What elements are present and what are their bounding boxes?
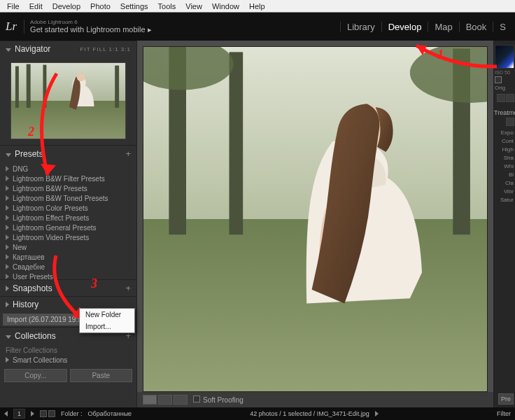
preset-item[interactable]: Свадебне (4, 262, 136, 272)
preset-label: Lightroom B&W Presets (13, 185, 87, 192)
os-menubar: File Edit Develop Photo Settings Tools V… (0, 0, 515, 13)
navigator-header[interactable]: Navigator FIT FILL 1:1 3:1 (0, 41, 136, 57)
before-after-split-icon[interactable] (174, 395, 188, 405)
preset-label: Lightroom Video Presets (13, 234, 89, 241)
menu-develop[interactable]: Develop (48, 2, 85, 10)
slider-label: Bl (494, 169, 515, 178)
slider-label: Cont (494, 136, 515, 144)
panel-snapshots: Snapshots + (0, 279, 136, 296)
add-preset-icon[interactable]: + (125, 148, 131, 159)
main-photo (143, 46, 488, 392)
menu-view[interactable]: View (181, 2, 206, 10)
filter-label[interactable]: Filter (497, 410, 511, 417)
histogram[interactable] (495, 45, 514, 69)
paste-button[interactable]: Paste (70, 369, 133, 382)
module-book[interactable]: Book (459, 22, 493, 32)
filmstrip-next-icon[interactable] (31, 411, 34, 416)
checkbox-icon[interactable] (495, 76, 502, 83)
navigator-title: Navigator (15, 44, 50, 54)
preset-label: User Presets (13, 273, 53, 280)
module-develop[interactable]: Develop (381, 22, 428, 32)
presets-list: DNG Lightroom B&W Filter Presets Lightro… (0, 162, 136, 279)
right-panel: ISO 50 Orig Treatme Expo Cont High Sha W… (494, 41, 515, 407)
menu-tools[interactable]: Tools (154, 2, 181, 10)
adjust-brush-icon[interactable] (506, 118, 514, 126)
filter-collections-field[interactable]: Filter Collections (4, 345, 136, 355)
navigator-zoom-options[interactable]: FIT FILL 1:1 3:1 (80, 46, 131, 52)
panel-presets: Presets + DNG Lightroom B&W Filter Prese… (0, 145, 136, 279)
view-mode-segment[interactable] (143, 395, 188, 405)
module-picker: Library Develop Map Book S (340, 13, 512, 41)
original-label: Orig (495, 85, 505, 91)
disclosure-triangle-icon (6, 48, 11, 52)
slider-label: Cla (494, 178, 515, 186)
before-after-icon[interactable] (158, 395, 172, 405)
preset-item[interactable]: Lightroom B&W Presets (4, 183, 136, 193)
context-import[interactable]: Import... (80, 321, 134, 332)
menu-settings[interactable]: Settings (116, 2, 153, 10)
app-logo: Lr (6, 20, 24, 34)
previous-button[interactable]: Pre (498, 393, 514, 405)
spot-tool-icon[interactable] (506, 94, 514, 102)
disclosure-triangle-icon (6, 286, 9, 291)
preset-label: Lightroom Effect Presets (13, 214, 89, 222)
grid-icon (40, 410, 47, 417)
preset-item[interactable]: Lightroom General Presets (4, 223, 136, 232)
preset-item[interactable]: Карташев (4, 252, 136, 262)
presets-header[interactable]: Presets + (0, 146, 136, 162)
filmstrip-prev-icon[interactable] (4, 411, 8, 416)
snapshots-title: Snapshots (13, 284, 52, 293)
preset-item[interactable]: Lightroom Effect Presets (4, 213, 136, 223)
crop-tool-icon[interactable] (497, 94, 505, 102)
panel-navigator: Navigator FIT FILL 1:1 3:1 (0, 41, 136, 145)
soft-proofing-toggle[interactable]: Soft Proofing (193, 396, 244, 404)
menu-edit[interactable]: Edit (25, 2, 47, 10)
preset-item[interactable]: Lightroom Video Presets (4, 232, 136, 242)
menu-photo[interactable]: Photo (86, 2, 115, 10)
folder-name[interactable]: Обработанные (88, 410, 132, 417)
page-indicator[interactable]: 1 (13, 409, 25, 419)
module-map[interactable]: Map (428, 22, 458, 32)
grid-view-icons[interactable] (40, 410, 55, 417)
folder-triangle-icon (6, 234, 9, 240)
menu-window[interactable]: Window (208, 2, 244, 10)
mobile-link[interactable]: Get started with Lightroom mobile ▸ (30, 25, 152, 34)
slider-label: Whi (494, 161, 515, 169)
iso-readout: ISO 50 (494, 70, 515, 75)
menu-file[interactable]: File (3, 2, 24, 10)
checkbox-icon (193, 396, 200, 402)
preset-item[interactable]: Lightroom B&W Toned Presets (4, 193, 136, 203)
slider-label: Sha (494, 153, 515, 161)
folder-triangle-icon (6, 357, 9, 363)
navigator-thumbnail[interactable] (10, 62, 126, 139)
folder-triangle-icon (6, 254, 9, 260)
folder-triangle-icon (6, 166, 9, 172)
module-library[interactable]: Library (340, 22, 381, 32)
status-bar: 1 Folder : Обработанные 42 photos / 1 se… (0, 407, 515, 420)
context-new-folder[interactable]: New Folder (80, 309, 134, 321)
canvas-area[interactable] (137, 41, 493, 392)
folder-triangle-icon (6, 186, 9, 191)
smart-collections-item[interactable]: Smart Collections (4, 355, 136, 365)
preset-label: DNG (13, 165, 28, 173)
svg-rect-3 (27, 64, 31, 108)
preset-item[interactable]: Lightroom B&W Filter Presets (4, 174, 136, 183)
folder-triangle-icon (6, 225, 9, 230)
canvas-toolbar: Soft Proofing (137, 392, 493, 407)
module-more[interactable]: S (493, 22, 512, 32)
preset-item[interactable]: User Presets (4, 272, 136, 279)
snapshots-header[interactable]: Snapshots + (0, 280, 136, 296)
add-snapshot-icon[interactable]: + (125, 283, 131, 293)
product-name: Adobe Lightroom 6 (30, 19, 152, 25)
app-header: Lr Adobe Lightroom 6 Get started with Li… (0, 13, 515, 41)
presets-context-menu: New Folder Import... (79, 308, 135, 333)
loupe-view-icon[interactable] (143, 395, 157, 405)
folder-label: Folder : (61, 410, 83, 417)
menu-help[interactable]: Help (245, 2, 269, 10)
preset-item[interactable]: New (4, 242, 136, 252)
copy-button[interactable]: Copy... (4, 369, 67, 382)
preset-item[interactable]: Lightroom Color Presets (4, 203, 136, 213)
svg-rect-5 (115, 66, 119, 108)
chevron-right-icon (375, 411, 379, 416)
preset-item[interactable]: DNG (4, 164, 136, 174)
